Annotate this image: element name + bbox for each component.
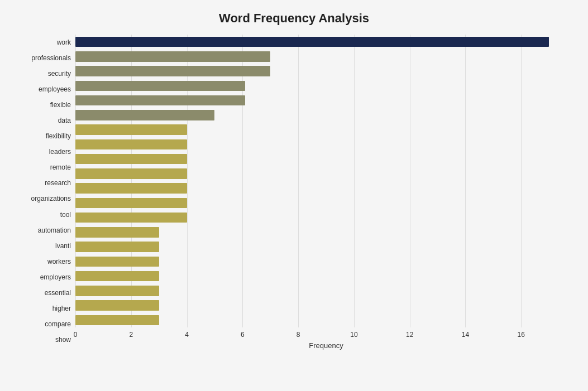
bar	[75, 183, 187, 193]
bar-row	[75, 283, 577, 298]
bar	[75, 300, 159, 310]
y-label: security	[11, 70, 71, 77]
bar	[75, 168, 187, 178]
bar	[75, 271, 159, 281]
bar-row	[75, 240, 577, 254]
bar-row	[75, 108, 577, 122]
bar-row	[75, 210, 577, 225]
bar-row	[75, 196, 577, 210]
bar	[75, 286, 159, 296]
y-label: data	[11, 117, 71, 124]
y-label: tool	[11, 211, 71, 218]
bar	[75, 154, 187, 164]
bar-row	[75, 79, 577, 93]
bars-area	[75, 35, 577, 327]
x-tick-label: 10	[350, 331, 357, 339]
bar-row	[75, 35, 577, 49]
y-label: flexibility	[11, 133, 71, 139]
bar-row	[75, 298, 577, 313]
y-label: higher	[11, 305, 71, 312]
y-label: employees	[11, 86, 71, 93]
bar	[75, 95, 245, 105]
bar	[75, 51, 270, 61]
y-label: ivanti	[11, 243, 71, 249]
bar-row	[75, 181, 577, 196]
bar-row	[75, 254, 577, 269]
bar	[75, 315, 159, 325]
y-axis: workprofessionalssecurityemployeesflexib…	[11, 35, 75, 347]
x-tick-label: 8	[297, 331, 300, 339]
bar-row	[75, 137, 577, 152]
bar	[75, 242, 159, 252]
x-tick-label: 4	[185, 331, 189, 339]
x-axis-wrapper: 0246810121416 Frequency	[75, 327, 577, 347]
plot-area: 0246810121416 Frequency	[75, 35, 577, 347]
chart-title: Word Frequency Analysis	[11, 11, 577, 26]
y-label: automation	[11, 227, 71, 234]
y-label: professionals	[11, 55, 71, 61]
bar-row	[75, 313, 577, 327]
bar-row	[75, 152, 577, 166]
x-tick-label: 6	[241, 331, 245, 339]
bar-row	[75, 269, 577, 283]
bar	[75, 66, 270, 76]
bar-row	[75, 166, 577, 181]
y-label: compare	[11, 321, 71, 327]
bar-row	[75, 93, 577, 108]
y-label: work	[11, 39, 71, 46]
x-axis-label: Frequency	[75, 341, 577, 350]
y-label: employers	[11, 274, 71, 281]
x-tick-label: 12	[406, 331, 413, 339]
bar	[75, 81, 245, 91]
y-label: essential	[11, 289, 71, 296]
x-tick-label: 2	[129, 331, 133, 339]
bar	[75, 213, 187, 223]
bar	[75, 257, 159, 267]
y-label: workers	[11, 258, 71, 265]
bar	[75, 139, 187, 149]
bar-row	[75, 123, 577, 137]
y-label: organizations	[11, 195, 71, 202]
x-tick-label: 14	[462, 331, 469, 339]
chart-container: Word Frequency Analysis workprofessional…	[0, 0, 588, 391]
chart-area: workprofessionalssecurityemployeesflexib…	[11, 35, 577, 347]
bar-row	[75, 49, 577, 64]
bar-row	[75, 64, 577, 79]
bar	[75, 110, 214, 120]
bar	[75, 37, 549, 47]
x-tick-label: 16	[518, 331, 525, 339]
x-tick-label: 0	[74, 331, 78, 339]
bar	[75, 227, 159, 237]
y-label: research	[11, 180, 71, 186]
bar	[75, 198, 187, 208]
y-label: remote	[11, 164, 71, 171]
y-label: leaders	[11, 148, 71, 155]
bar-row	[75, 225, 577, 239]
y-label: flexible	[11, 102, 71, 108]
bar	[75, 124, 187, 134]
y-label: show	[11, 336, 71, 343]
